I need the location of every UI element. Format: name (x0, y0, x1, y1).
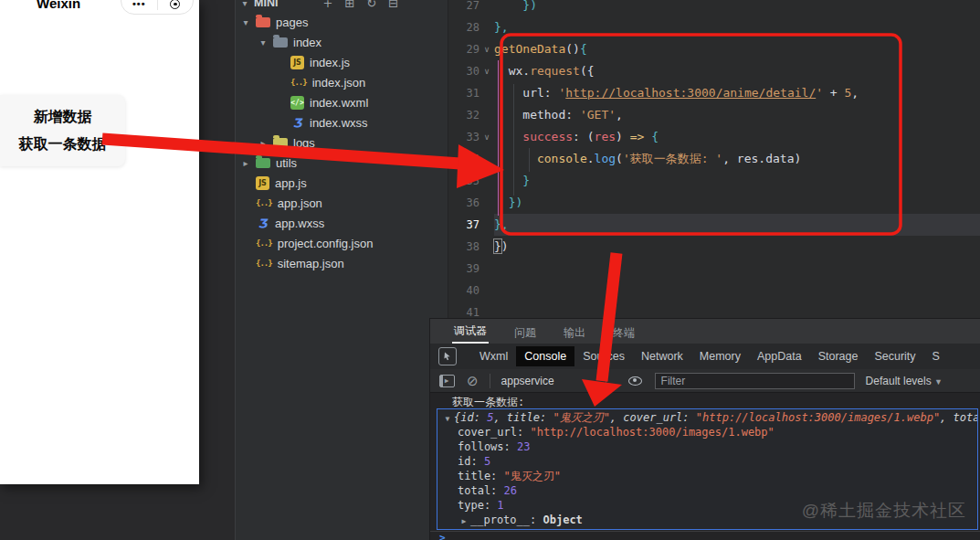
code-line-31[interactable]: 31 url: 'http://localhost:3000/anime/det… (448, 82, 980, 104)
code-line-32[interactable]: 32 method: 'GET', (448, 104, 980, 126)
folder-icon (273, 138, 288, 148)
get-one-data-button[interactable]: 获取一条数据 (0, 135, 125, 154)
wxss-file-icon: Ʒ (256, 217, 269, 230)
code-text: }) (494, 236, 980, 258)
object-preview-row[interactable]: ▼{id: 5, title: "鬼灭之刃", cover_url: "http… (441, 410, 977, 425)
home-icon[interactable] (158, 0, 194, 9)
tree-item-utils[interactable]: ▸utils (236, 153, 448, 173)
tab-调试器[interactable]: 调试器 (452, 320, 489, 344)
demo-button-card: 新增数据 获取一条数据 (0, 95, 125, 166)
tree-item-index[interactable]: ▾index (236, 32, 448, 52)
tree-root-row[interactable]: ▾ MINI + ⊞ ↻ ⊟ (236, 0, 448, 12)
project-name: MINI (254, 0, 278, 9)
tab-输出[interactable]: 输出 (562, 322, 587, 344)
code-text: method: 'GET', (494, 104, 980, 126)
panel-toggle-icon[interactable]: ▸ (439, 375, 455, 387)
tree-item-app.json[interactable]: {..}app.json (236, 193, 448, 213)
tree-item-index.json[interactable]: {..}index.json (236, 72, 448, 92)
line-number: 37 (448, 214, 479, 236)
tab-终端[interactable]: 终端 (611, 322, 637, 344)
caret-right-icon[interactable]: ▶ (458, 514, 470, 527)
tree-item-index.wxml[interactable]: </>index.wxml (236, 92, 448, 112)
code-text (494, 280, 980, 302)
code-token: res (595, 130, 616, 143)
code-text: wx.request({ (494, 60, 980, 82)
tab-security[interactable]: Security (866, 346, 923, 366)
tree-item-app.wxss[interactable]: Ʒapp.wxss (236, 213, 448, 233)
tab-memory[interactable]: Memory (691, 346, 749, 366)
code-line-27[interactable]: 27 }) (448, 0, 980, 16)
code-line-39[interactable]: 39 (448, 258, 980, 280)
preview-token: : (682, 411, 695, 424)
caret-down-icon[interactable]: ▼ (441, 412, 454, 425)
new-file-icon[interactable]: + (322, 0, 332, 10)
fold-chevron-icon[interactable]: ∨ (479, 45, 494, 54)
capsule-button[interactable]: ••• (121, 0, 194, 15)
console-prompt[interactable]: > (430, 531, 980, 540)
tree-item-index.wxss[interactable]: Ʒindex.wxss (236, 112, 448, 132)
tab-问题[interactable]: 问题 (512, 322, 538, 344)
json-file-icon: {..} (256, 237, 272, 250)
indent-guide (529, 148, 530, 172)
code-line-35[interactable]: 35 } (448, 170, 980, 192)
tree-item-label: index.wxml (310, 96, 368, 110)
tree-item-logs[interactable]: ▸logs (236, 132, 448, 153)
code-line-41[interactable]: 41 (448, 302, 980, 318)
tab-network[interactable]: Network (633, 346, 691, 366)
code-token: } (494, 239, 501, 253)
code-line-37[interactable]: 37}, (448, 214, 980, 236)
context-select[interactable]: appservice (501, 375, 554, 387)
fold-chevron-icon[interactable]: ∨ (479, 132, 494, 142)
code-token: + (823, 86, 844, 100)
tree-item-project.config.json[interactable]: {..}project.config.json (236, 233, 448, 253)
code-line-36[interactable]: 36 }) (448, 192, 980, 214)
collapse-all-icon[interactable]: ⊟ (388, 0, 398, 10)
object-property-total: total: 26 (441, 483, 977, 498)
toolbar-divider (490, 374, 490, 388)
tree-item-app.js[interactable]: JSapp.js (236, 173, 448, 193)
preview-token: id (460, 411, 473, 424)
code-line-38[interactable]: 38}) (448, 236, 980, 258)
tree-item-sitemap.json[interactable]: {..}sitemap.json (236, 253, 448, 273)
code-line-40[interactable]: 40 (448, 280, 980, 302)
tab-wxml[interactable]: Wxml (471, 346, 516, 366)
code-token: ' (816, 86, 823, 100)
fold-chevron-icon[interactable]: ∨ (479, 67, 494, 76)
log-levels-select[interactable]: Default levels ▼ (866, 375, 943, 387)
line-number: 31 (448, 82, 479, 104)
property-value: "http://localhost:3000/images/1.webp" (530, 426, 774, 439)
code-line-33[interactable]: 33∨ success: (res) => { (448, 126, 980, 148)
filter-input[interactable] (655, 373, 855, 389)
tab-appdata[interactable]: AppData (749, 346, 810, 366)
code-line-29[interactable]: 29∨getOneData(){ (448, 38, 980, 60)
object-property-title: title: "鬼灭之刃" (441, 469, 977, 483)
line-number: 40 (448, 280, 479, 302)
property-value: 26 (504, 484, 517, 497)
code-token: , (616, 108, 623, 122)
tree-item-index.js[interactable]: JSindex.js (236, 52, 448, 72)
js-file-icon: JS (256, 176, 269, 190)
eye-icon[interactable] (628, 376, 642, 386)
code-line-30[interactable]: 30∨ wx.request({ (448, 60, 980, 82)
indent-guide (498, 60, 499, 216)
line-number: 29 (448, 38, 479, 60)
tab-sources[interactable]: Sources (574, 346, 633, 366)
tab-storage[interactable]: Storage (810, 346, 867, 366)
code-text: url: 'http://localhost:3000/anime/detail… (494, 82, 980, 104)
code-token: }, (494, 20, 509, 34)
toolbar-divider (606, 374, 606, 388)
code-line-28[interactable]: 28}, (448, 16, 980, 38)
tree-item-pages[interactable]: ▾pages (236, 12, 448, 32)
tab-s[interactable]: S (924, 346, 948, 366)
refresh-icon[interactable]: ↻ (366, 0, 376, 10)
code-text: getOneData(){ (494, 38, 980, 60)
code-token: : (565, 108, 580, 122)
new-folder-icon[interactable]: ⊞ (344, 0, 354, 10)
inspect-element-icon[interactable] (438, 347, 457, 365)
tab-console[interactable]: Console (516, 346, 574, 366)
console-toolbar: ▸ ⊘ appservice Default levels ▼ (430, 369, 980, 393)
add-data-button[interactable]: 新增数据 (0, 108, 125, 127)
tree-item-label: index.js (310, 56, 350, 69)
clear-console-icon[interactable]: ⊘ (467, 373, 479, 389)
more-icon[interactable]: ••• (121, 0, 157, 9)
